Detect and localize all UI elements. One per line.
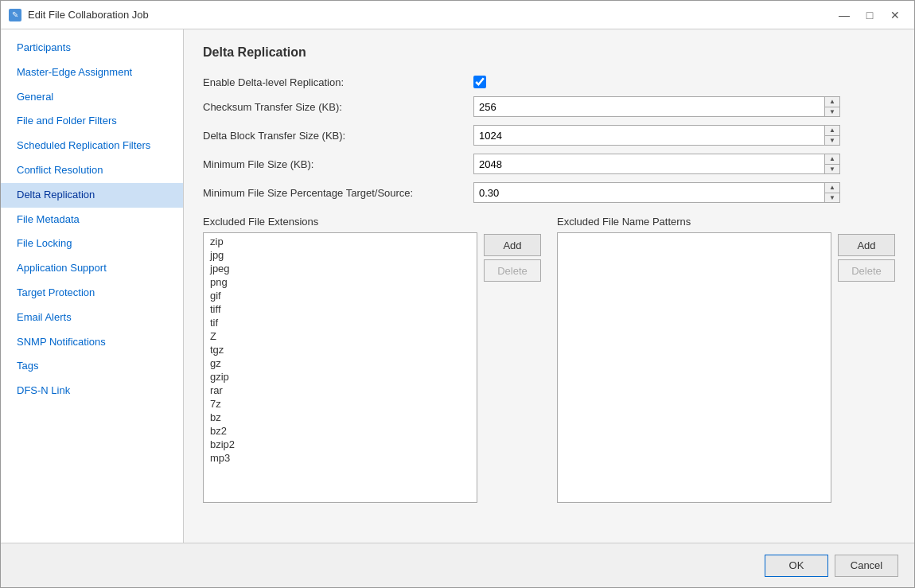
checksum-transfer-down[interactable]: ▼: [825, 107, 839, 116]
list-item[interactable]: zip: [204, 235, 477, 248]
sidebar-item-file-folder-filters[interactable]: File and Folder Filters: [1, 109, 183, 134]
sidebar-item-email-alerts[interactable]: Email Alerts: [1, 306, 183, 330]
excluded-extensions-list-wrapper: zipjpgjpegpnggiftifftifZtgzgzgziprar7zbz…: [203, 232, 541, 503]
min-file-size-input-wrapper: ▲ ▼: [473, 154, 840, 174]
list-item[interactable]: rar: [204, 384, 477, 397]
delete-pattern-button[interactable]: Delete: [838, 259, 895, 282]
list-item[interactable]: gif: [204, 289, 477, 302]
checksum-transfer-label: Checksum Transfer Size (KB):: [203, 101, 473, 113]
add-extension-button[interactable]: Add: [484, 234, 541, 256]
excluded-extensions-listbox[interactable]: zipjpgjpegpnggiftifftifZtgzgzgziprar7zbz…: [203, 232, 477, 503]
main-content: Delta Replication Enable Delta-level Rep…: [184, 29, 914, 543]
section-title: Delta Replication: [203, 45, 895, 63]
min-file-pct-down[interactable]: ▼: [825, 193, 839, 202]
delta-block-up[interactable]: ▲: [825, 126, 839, 135]
excluded-patterns-section: Excluded File Name Patterns Add Delete: [557, 216, 895, 503]
sidebar-item-delta-replication[interactable]: Delta Replication: [1, 183, 183, 208]
list-item[interactable]: tgz: [204, 343, 477, 356]
enable-delta-checkbox-wrapper: [473, 76, 486, 88]
cancel-button[interactable]: Cancel: [835, 555, 898, 577]
close-button[interactable]: ✕: [884, 6, 906, 25]
sidebar-item-file-locking[interactable]: File Locking: [1, 232, 183, 256]
enable-delta-checkbox[interactable]: [473, 76, 486, 88]
maximize-button[interactable]: □: [859, 6, 881, 25]
list-item[interactable]: bz2: [204, 424, 477, 438]
sidebar-item-file-metadata[interactable]: File Metadata: [1, 208, 183, 232]
sidebar-item-dfs-n-link[interactable]: DFS-N Link: [1, 379, 183, 403]
title-bar-controls: — □ ✕: [833, 6, 906, 25]
sidebar-item-master-edge[interactable]: Master-Edge Assignment: [1, 60, 183, 85]
excluded-extensions-header: Excluded File Extensions: [203, 216, 541, 228]
list-item[interactable]: jpeg: [204, 262, 477, 275]
checksum-transfer-up[interactable]: ▲: [825, 97, 839, 107]
checksum-transfer-input-wrapper: ▲ ▼: [473, 96, 840, 117]
sidebar-item-tags[interactable]: Tags: [1, 354, 183, 379]
excluded-extensions-section: Excluded File Extensions zipjpgjpegpnggi…: [203, 216, 541, 503]
excluded-extensions-buttons: Add Delete: [484, 232, 541, 503]
delta-block-group: Delta Block Transfer Size (KB): ▲ ▼: [203, 125, 895, 146]
excluded-patterns-buttons: Add Delete: [838, 232, 895, 503]
delta-block-input-wrapper: ▲ ▼: [473, 125, 840, 146]
min-file-pct-up[interactable]: ▲: [825, 183, 839, 193]
list-item[interactable]: Z: [204, 329, 477, 343]
checksum-transfer-spinner: ▲ ▼: [824, 97, 839, 116]
min-file-size-down[interactable]: ▼: [825, 164, 839, 173]
sidebar-item-snmp-notifications[interactable]: SNMP Notifications: [1, 330, 183, 355]
minimize-button[interactable]: —: [833, 6, 855, 25]
min-file-size-spinner: ▲ ▼: [824, 154, 839, 173]
delete-extension-button[interactable]: Delete: [484, 259, 541, 282]
window-icon: ✎: [9, 9, 21, 21]
list-item[interactable]: mp3: [204, 451, 477, 465]
list-item[interactable]: tiff: [204, 302, 477, 316]
main-window: ✎ Edit File Collaboration Job — □ ✕ Part…: [0, 0, 915, 588]
window-title: Edit File Collaboration Job: [28, 9, 833, 21]
min-file-pct-input[interactable]: [474, 183, 824, 202]
list-item[interactable]: 7z: [204, 397, 477, 411]
lists-container: Excluded File Extensions zipjpgjpegpnggi…: [203, 216, 895, 503]
enable-delta-group: Enable Delta-level Replication:: [203, 76, 895, 88]
sidebar: ParticipantsMaster-Edge AssignmentGenera…: [1, 29, 184, 543]
ok-button[interactable]: OK: [765, 555, 828, 577]
add-pattern-button[interactable]: Add: [838, 234, 895, 256]
min-file-size-label: Minimum File Size (KB):: [203, 158, 473, 170]
min-file-pct-label: Minimum File Size Percentage Target/Sour…: [203, 187, 473, 199]
sidebar-item-participants[interactable]: Participants: [1, 36, 183, 60]
list-item[interactable]: gz: [204, 356, 477, 370]
checksum-transfer-group: Checksum Transfer Size (KB): ▲ ▼: [203, 96, 895, 117]
excluded-patterns-list-wrapper: Add Delete: [557, 232, 895, 503]
list-item[interactable]: tif: [204, 316, 477, 329]
min-file-size-input[interactable]: [474, 154, 824, 173]
delta-block-down[interactable]: ▼: [825, 135, 839, 145]
list-item[interactable]: bzip2: [204, 438, 477, 451]
title-bar: ✎ Edit File Collaboration Job — □ ✕: [1, 1, 914, 29]
checksum-transfer-input[interactable]: [474, 97, 824, 116]
excluded-patterns-listbox[interactable]: [557, 232, 831, 503]
sidebar-item-target-protection[interactable]: Target Protection: [1, 281, 183, 306]
min-file-size-up[interactable]: ▲: [825, 154, 839, 164]
min-file-pct-group: Minimum File Size Percentage Target/Sour…: [203, 182, 895, 203]
min-file-size-group: Minimum File Size (KB): ▲ ▼: [203, 154, 895, 174]
sidebar-item-conflict-resolution[interactable]: Conflict Resolution: [1, 158, 183, 183]
excluded-patterns-header: Excluded File Name Patterns: [557, 216, 895, 228]
list-item[interactable]: jpg: [204, 248, 477, 262]
list-item[interactable]: bz: [204, 411, 477, 424]
sidebar-item-general[interactable]: General: [1, 85, 183, 110]
enable-delta-label: Enable Delta-level Replication:: [203, 76, 473, 88]
min-file-pct-spinner: ▲ ▼: [824, 183, 839, 202]
content-area: ParticipantsMaster-Edge AssignmentGenera…: [1, 29, 914, 543]
sidebar-item-scheduled-replication[interactable]: Scheduled Replication Filters: [1, 134, 183, 158]
delta-block-spinner: ▲ ▼: [824, 126, 839, 145]
sidebar-item-application-support[interactable]: Application Support: [1, 256, 183, 281]
min-file-pct-input-wrapper: ▲ ▼: [473, 182, 840, 203]
footer: OK Cancel: [1, 543, 914, 587]
list-item[interactable]: gzip: [204, 370, 477, 384]
delta-block-label: Delta Block Transfer Size (KB):: [203, 130, 473, 142]
list-item[interactable]: png: [204, 275, 477, 289]
delta-block-input[interactable]: [474, 126, 824, 145]
